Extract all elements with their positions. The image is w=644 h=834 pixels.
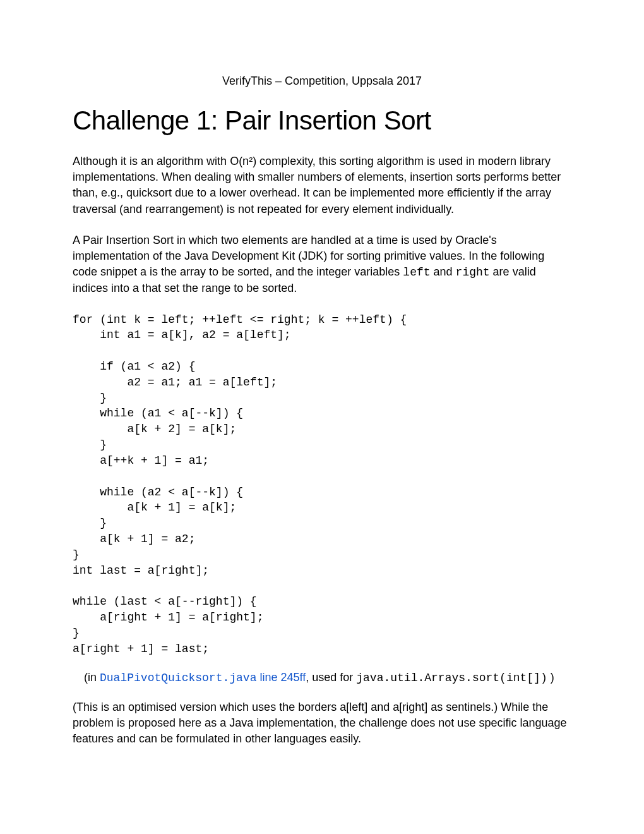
intro-paragraph-1: Although it is an algorithm with O(n²) c…	[73, 154, 571, 217]
code-snippet: for (int k = left; ++left <= right; k = …	[73, 312, 571, 657]
citation-prefix: (in	[84, 671, 100, 684]
citation-mid: , used for	[306, 671, 356, 684]
citation-suffix: )	[547, 671, 554, 684]
page-title: Challenge 1: Pair Insertion Sort	[73, 106, 571, 136]
intro-paragraph-2: A Pair Insertion Sort in which two eleme…	[73, 233, 571, 297]
page-header: VerifyThis – Competition, Uppsala 2017	[73, 75, 571, 88]
citation-usage-code: java.util.Arrays.sort(int[])	[356, 672, 547, 684]
inline-code-right: right	[456, 266, 490, 279]
code-citation: (in DualPivotQuicksort.java line 245ff, …	[84, 671, 571, 684]
citation-link-line: line 245ff	[256, 671, 306, 684]
citation-link[interactable]: DualPivotQuicksort.java line 245ff	[100, 671, 306, 684]
citation-link-filename: DualPivotQuicksort.java	[100, 672, 256, 684]
closing-paragraph: (This is an optimised version which uses…	[73, 699, 571, 747]
inline-code-left: left	[403, 266, 430, 279]
para2-text-b: and	[431, 265, 456, 278]
